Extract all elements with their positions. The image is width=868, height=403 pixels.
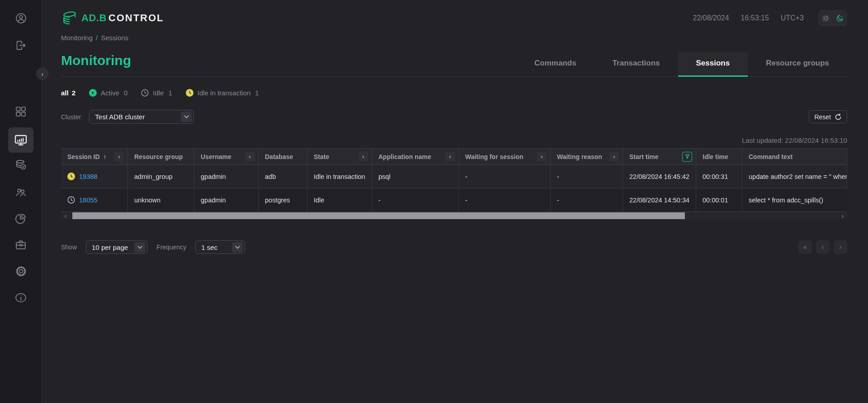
sidebar-item-monitoring[interactable]: [8, 127, 33, 153]
settings-gear-icon[interactable]: [12, 262, 30, 280]
column-header-waiting-for-session[interactable]: Waiting for session ›: [459, 149, 551, 165]
column-expand-icon[interactable]: ›: [245, 152, 255, 161]
app-logo: AD.BCONTROL: [61, 10, 164, 26]
column-header-application-name[interactable]: Application name ›: [372, 149, 459, 165]
column-label: Resource group: [134, 153, 183, 160]
column-header-idle-time[interactable]: Idle time: [696, 149, 742, 165]
scrollbar-thumb[interactable]: [72, 212, 685, 219]
clock-yellow-icon: [67, 173, 75, 180]
table-row-cell-command-text: update author2 set name = " where: [742, 165, 847, 188]
database-history-icon[interactable]: [12, 156, 30, 174]
reset-button[interactable]: Reset: [809, 110, 847, 123]
column-header-database[interactable]: Database: [259, 149, 307, 165]
theme-toggle[interactable]: [818, 10, 847, 26]
column-expand-icon[interactable]: ›: [445, 152, 455, 161]
cluster-select[interactable]: Test ADB cluster: [89, 110, 194, 124]
column-expand-icon[interactable]: ›: [537, 152, 547, 161]
horizontal-scrollbar[interactable]: ‹ ›: [61, 212, 847, 220]
filter-idle-in-transaction-label: Idle in transaction: [198, 89, 251, 97]
state-filter-row: all 2 Active 0 Idle 1 Idle in transactio…: [61, 89, 847, 97]
logout-icon[interactable]: [12, 36, 30, 54]
table-row-cell: 00:00:31: [696, 165, 742, 188]
scroll-left-icon[interactable]: ‹: [61, 212, 70, 220]
users-icon[interactable]: [12, 183, 30, 202]
page-title: Monitoring: [61, 53, 131, 76]
page-size-select[interactable]: 10 per page: [86, 240, 147, 254]
filter-active[interactable]: Active 0: [89, 89, 127, 97]
tab-sessions[interactable]: Sessions: [678, 52, 748, 77]
breadcrumb: Monitoring / Sessions: [61, 34, 847, 42]
chevron-down-icon: [134, 242, 145, 253]
filter-idle[interactable]: Idle 1: [141, 89, 172, 97]
table-row-cell: 22/08/2024 14:50:34: [623, 188, 696, 212]
main-content: AD.BCONTROL 22/08/2024 16:53:15 UTC+3 Mo…: [42, 0, 868, 254]
column-header-command-text[interactable]: Command text: [742, 149, 847, 165]
pagination: « ‹ ›: [798, 240, 847, 254]
table-row-cell: gpadmin: [194, 165, 259, 188]
filter-active-count: 0: [124, 89, 127, 97]
column-expand-icon[interactable]: ›: [359, 152, 368, 161]
table-row-cell: -: [372, 188, 459, 212]
scroll-right-icon[interactable]: ›: [838, 212, 847, 220]
dashboard-icon[interactable]: [12, 103, 30, 121]
timezone: UTC+3: [781, 14, 804, 22]
filter-idle-in-transaction[interactable]: Idle in transaction 1: [186, 89, 259, 97]
chevron-down-icon: [181, 112, 192, 122]
chevron-down-icon: [232, 242, 243, 253]
column-header-waiting-reason[interactable]: Waiting reason ›: [551, 149, 623, 165]
column-header-start-time[interactable]: Start time: [623, 149, 696, 165]
account-icon[interactable]: [12, 9, 30, 27]
briefcase-icon[interactable]: [12, 236, 30, 254]
last-updated: Last updated: 22/08/2024 16:53:10: [61, 136, 847, 144]
filter-all[interactable]: all 2: [61, 89, 75, 97]
clock-yellow-icon: [186, 89, 193, 97]
moon-icon[interactable]: [835, 14, 844, 23]
column-label: Waiting for session: [465, 153, 524, 160]
filter-active-label: Active: [101, 89, 119, 97]
pie-chart-icon[interactable]: [12, 210, 30, 228]
frequency-label: Frequency: [156, 244, 186, 251]
logo-text: AD.BCONTROL: [81, 12, 164, 24]
column-expand-icon[interactable]: ›: [114, 152, 124, 161]
next-page-button[interactable]: ›: [834, 240, 847, 254]
show-label: Show: [61, 244, 77, 251]
table-row-cell-command-text: select * from adcc_spills(): [742, 188, 847, 212]
session-id-link[interactable]: 19388: [79, 173, 97, 180]
prev-page-button[interactable]: ‹: [816, 240, 830, 254]
table-row-cell: gpadmin: [194, 188, 259, 212]
table-row-cell: admin_group: [128, 165, 194, 188]
tab-resource-groups[interactable]: Resource groups: [748, 52, 847, 77]
sidebar: ›: [0, 0, 42, 403]
filter-funnel-icon[interactable]: [682, 152, 692, 162]
cluster-label: Cluster: [61, 113, 81, 121]
filter-all-label: all: [61, 89, 69, 97]
column-header-resource-group[interactable]: Resource group: [128, 149, 194, 165]
info-icon[interactable]: [12, 289, 30, 307]
sessions-table: Session ID ↑ › Resource group Username ›…: [61, 148, 847, 212]
sun-icon[interactable]: [821, 14, 830, 23]
column-header-state[interactable]: State ›: [307, 149, 372, 165]
first-page-button[interactable]: «: [798, 240, 812, 254]
column-label: Waiting reason: [557, 153, 602, 160]
column-header-username[interactable]: Username ›: [194, 149, 259, 165]
sort-asc-icon[interactable]: ↑: [104, 153, 107, 160]
breadcrumb-monitoring[interactable]: Monitoring: [61, 34, 93, 42]
table-row-cell: -: [459, 188, 551, 212]
clock-outline-icon: [67, 196, 75, 204]
table-row-cell: psql: [372, 165, 459, 188]
tab-commands[interactable]: Commands: [516, 52, 594, 77]
column-label: Start time: [629, 153, 659, 160]
column-label: Database: [265, 153, 293, 160]
session-id-link[interactable]: 18055: [79, 197, 97, 204]
frequency-select[interactable]: 1 sec: [195, 240, 245, 254]
footer-row: Show 10 per page Frequency 1 sec « ‹ ›: [61, 240, 847, 254]
breadcrumb-sessions: Sessions: [101, 34, 128, 42]
table-row-cell: -: [551, 188, 623, 212]
frequency-value: 1 sec: [201, 244, 217, 251]
column-label: Application name: [378, 153, 431, 160]
column-expand-icon[interactable]: ›: [609, 152, 619, 161]
reset-icon: [835, 113, 842, 121]
tab-transactions[interactable]: Transactions: [594, 52, 678, 77]
table-row-cell: 22/08/2024 16:45:42: [623, 165, 696, 188]
column-header-session-id[interactable]: Session ID ↑ ›: [61, 149, 128, 165]
